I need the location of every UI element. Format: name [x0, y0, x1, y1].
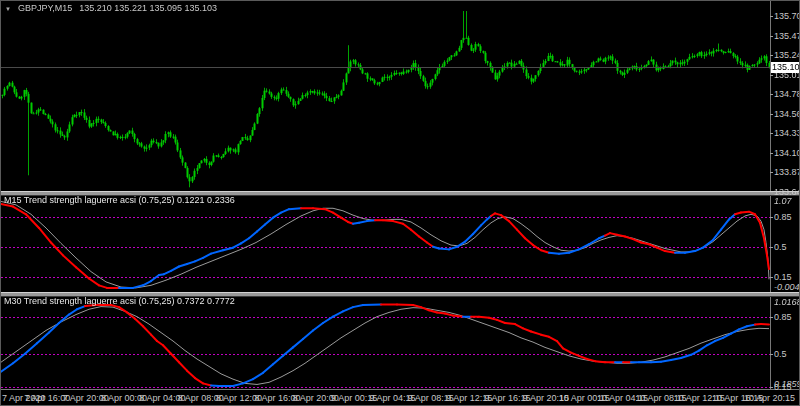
price-axis-tick — [770, 55, 773, 56]
chart-title-bar: ▼ GBPJPY,M15 135.210 135.221 135.095 135… — [5, 3, 217, 13]
indicator-label-m30: M30 Trend strength laguerre acsi (0.75,2… — [4, 296, 235, 306]
price-axis-tick — [770, 36, 773, 37]
time-axis-label: 10 Apr 20:15 — [744, 393, 795, 403]
indicator-axis-label: -0.0045 — [774, 283, 800, 292]
indicator-axis-tick — [770, 387, 773, 388]
indicator-axis-tick — [770, 247, 773, 248]
price-axis-tick — [770, 94, 773, 95]
price-axis-tick — [770, 153, 773, 154]
price-axis-label: 134.105 — [774, 148, 800, 157]
chart-window: ▼ GBPJPY,M15 135.210 135.221 135.095 135… — [0, 0, 800, 406]
chart-symbol-timeframe: GBPJPY,M15 — [18, 3, 72, 13]
price-axis-tick — [770, 172, 773, 173]
price-axis-label: 135.700 — [774, 12, 800, 21]
indicator-axis-tick — [770, 277, 773, 278]
indicator-axis-label: 0.5 — [774, 242, 787, 251]
indicator-axis-label: 1.0168 — [774, 298, 800, 307]
price-axis-tick — [770, 133, 773, 134]
indicator-axis-label: 0.85 — [774, 212, 792, 221]
candlestick-chart-canvas[interactable] — [1, 11, 770, 192]
indicator-axis-label: 0.15 — [774, 272, 792, 281]
price-axis-tick — [770, 192, 773, 193]
price-axis-tick — [770, 16, 773, 17]
indicator-label-m15: M15 Trend strength laguerre acsi (0.75,2… — [4, 195, 235, 205]
indicator-axis-label: 0.1859 — [774, 380, 800, 389]
price-axis-label: 134.785 — [774, 90, 800, 99]
price-axis-tick — [770, 75, 773, 76]
indicator-axis-tick — [770, 217, 773, 218]
indicator-panel-2-canvas[interactable] — [1, 297, 770, 389]
indicator-axis-label: 1.07 — [774, 197, 792, 206]
price-axis-label: 134.560 — [774, 109, 800, 118]
current-price-line — [1, 67, 770, 68]
indicator-axis-tick — [770, 317, 773, 318]
indicator-axis-tick — [770, 354, 773, 355]
time-axis-border — [1, 389, 800, 390]
price-axis-label: 133.875 — [774, 168, 800, 177]
indicator-axis-label: 0.85 — [774, 312, 792, 321]
price-axis-label: 135.245 — [774, 51, 800, 60]
chart-ohlc-values: 135.210 135.221 135.095 135.103 — [79, 3, 217, 13]
price-axis-label: 134.330 — [774, 129, 800, 138]
price-axis-label: 135.470 — [774, 31, 800, 40]
current-price-box: 135.103 — [771, 62, 800, 73]
price-axis-tick — [770, 114, 773, 115]
indicator-axis-label: 0.5 — [774, 349, 787, 358]
indicator-panel-1-canvas[interactable] — [1, 196, 770, 292]
symbol-dropdown-icon[interactable]: ▼ — [5, 5, 11, 12]
